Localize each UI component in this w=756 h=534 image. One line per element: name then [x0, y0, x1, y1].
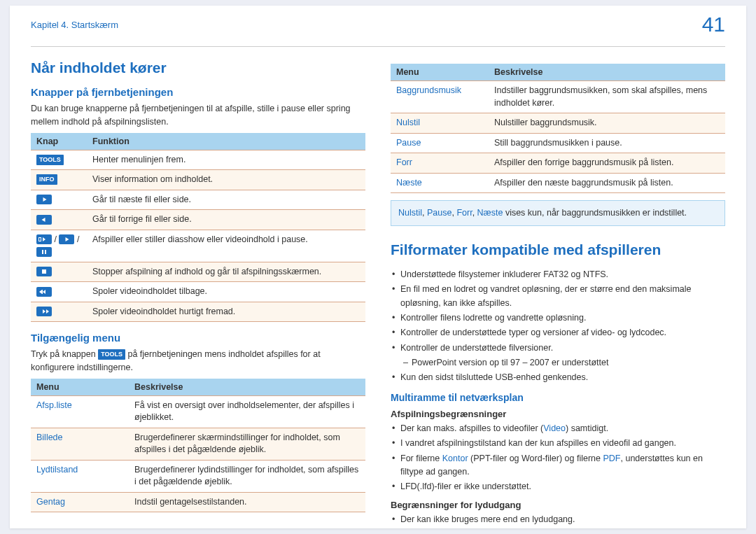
list-item: Kontroller filens lodrette og vandrette … [400, 311, 725, 325]
bullet-list: Der kan ikke bruges mere end en lydudgan… [391, 513, 725, 526]
info-tag-icon: INFO [36, 174, 57, 185]
cell: Går til forrige fil eller side. [87, 210, 365, 230]
fastforward-icon [36, 307, 52, 316]
cell-key: Pause [391, 133, 489, 153]
divider [31, 46, 725, 47]
play-icon [59, 234, 74, 244]
cell: Indstil gentagelsestilstanden. [129, 492, 365, 512]
text: ) samtidigt. [566, 423, 608, 433]
tools-tag-icon: TOOLS [98, 349, 125, 360]
bullet-list: Understøttede filsystemer inkluderer FAT… [391, 268, 725, 355]
paragraph: Du kan bruge knapperne på fjernbetjening… [31, 102, 365, 129]
th-function: Funktion [87, 133, 365, 150]
sub-list: PowerPoint version op til 97 – 2007 er u… [391, 356, 725, 370]
list-item: For filerne Kontor (PPT-filer og Word-fi… [400, 452, 725, 479]
subsection-heading: Knapper på fjernbetjeningen [31, 86, 365, 98]
breadcrumb: Kapitel 4. Startskærm [31, 20, 118, 30]
cell: Henter menulinjen frem. [87, 150, 365, 170]
text: Pause [427, 208, 451, 218]
list-item: LFD(.lfd)-filer er ikke understøttet. [400, 480, 725, 493]
cell-key: Nulstil [391, 113, 489, 134]
cell: Brugerdefinerer skærmindstillinger for i… [129, 428, 365, 460]
th-button: Knap [31, 133, 87, 150]
sub-heading: Begrænsninger for lydudgang [391, 500, 725, 510]
th-desc: Beskrivelse [129, 379, 365, 396]
text: Forr [456, 208, 472, 218]
text: Der kan maks. afspilles to videofiler ( [400, 423, 543, 433]
text: Nulstil [398, 208, 422, 218]
bullet-list: Kun den sidst tilsluttede USB-enhed genk… [391, 371, 725, 384]
cell-key: Gentag [31, 492, 129, 512]
left-column: Når indholdet kører Knapper på fjernbetj… [31, 59, 365, 528]
tools-tag-icon: TOOLS [36, 155, 64, 165]
bg-music-table: Menu Beskrivelse Baggrundsmusik Indstill… [391, 64, 725, 193]
cell-key: Forr [391, 153, 489, 174]
bullet-list: Der kan maks. afspilles to videofiler (V… [391, 422, 725, 494]
section-heading: Filformater kompatible med afspilleren [391, 241, 725, 258]
text: For filerne [400, 454, 442, 463]
th-desc: Beskrivelse [489, 64, 725, 81]
cell: Spoler videoindholdet hurtigt fremad. [87, 302, 365, 322]
header: Kapitel 4. Startskærm 41 [31, 20, 725, 42]
list-item: I vandret afspilningstilstand kan der ku… [400, 437, 725, 450]
cell-key: Baggrundsmusik [391, 81, 489, 113]
text: PDF [603, 454, 620, 463]
list-item: Kun den sidst tilsluttede USB-enhed genk… [400, 371, 725, 384]
page-number: 41 [702, 13, 725, 36]
cell-key: Lydtilstand [31, 460, 129, 492]
sub-heading: Afspilningsbegrænsninger [391, 409, 725, 419]
cell: Spoler videoindholdet tilbage. [87, 282, 365, 302]
text: Tryk på knappen [31, 349, 98, 359]
cell: Stopper afspilning af indhold og går til… [87, 262, 365, 282]
cell: Afspiller den forrige baggrundsmusik på … [489, 153, 725, 174]
list-item: Der kan maks. afspilles to videofiler (V… [400, 422, 725, 435]
subsection-heading: Tilgængelig menu [31, 332, 365, 344]
next-icon [36, 195, 52, 204]
cell-key: Afsp.liste [31, 395, 129, 428]
cell-key: Næste [391, 173, 489, 193]
rewind-icon [36, 287, 52, 297]
cell: Går til næste fil eller side. [87, 190, 365, 210]
page: Kapitel 4. Startskærm 41 Når indholdet k… [10, 6, 746, 528]
cell-key: Billede [31, 428, 129, 460]
cell: Brugerdefinerer lydindstillinger for ind… [129, 460, 365, 492]
text: Kontor [442, 454, 468, 463]
prev-icon [36, 215, 52, 225]
section-heading: Når indholdet kører [31, 59, 365, 76]
th-menu: Menu [391, 64, 489, 81]
content-columns: Når indholdet kører Knapper på fjernbetj… [31, 59, 725, 528]
pause-icon [36, 247, 52, 257]
th-menu: Menu [31, 379, 129, 396]
cell: Indstiller baggrundsmusikken, som skal a… [489, 81, 725, 113]
cell: Få vist en oversigt over indholdselement… [129, 395, 365, 428]
paragraph: Tryk på knappen TOOLS på fjernbetjeninge… [31, 348, 365, 374]
cell: Nulstiller baggrundsmusik. [489, 113, 725, 134]
text: vises kun, når baggrundsmusikken er inds… [503, 208, 687, 218]
list-item: Kontroller de understøttede filversioner… [400, 342, 725, 355]
list-item: PowerPoint version op til 97 – 2007 er u… [412, 356, 725, 370]
stop-icon [36, 267, 52, 276]
list-item: Der kan ikke bruges mere end en lydudgan… [400, 513, 725, 526]
cell: Viser information om indholdet. [87, 170, 365, 190]
right-column: Menu Beskrivelse Baggrundsmusik Indstill… [391, 59, 725, 528]
available-menu-table: Menu Beskrivelse Afsp.liste Få vist en o… [31, 379, 365, 513]
text: Næste [477, 208, 503, 218]
text: Video [543, 423, 566, 433]
list-item: Kontroller de understøttede typer og ver… [400, 326, 725, 339]
cell: Still baggrundsmusikken i pause. [489, 133, 725, 153]
cell: Afspiller den næste baggrundsmusik på li… [489, 173, 725, 193]
list-item: En fil med en lodret og vandret opløsnin… [400, 283, 725, 310]
subsection-heading: Multiramme til netværksplan [391, 392, 725, 403]
note-box: Nulstil, Pause, Forr, Næste vises kun, n… [391, 200, 725, 226]
text: (PPT-filer og Word-filer) og filerne [468, 454, 603, 463]
cell: Afspiller eller stiller diasshow eller v… [87, 230, 365, 262]
list-item: Understøttede filsystemer inkluderer FAT… [400, 268, 725, 281]
play-pause-combo-icon [36, 234, 52, 244]
remote-buttons-table: Knap Funktion TOOLS Henter menulinjen fr… [31, 133, 365, 323]
